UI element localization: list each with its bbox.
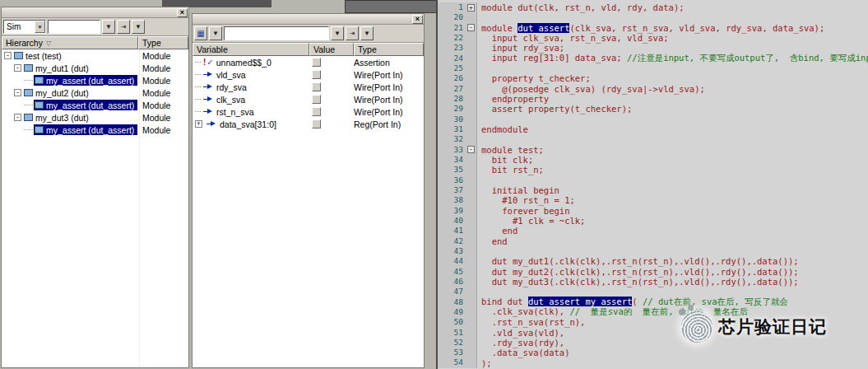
view-grid-icon[interactable]: ▦ [194, 26, 207, 40]
line-number[interactable]: 1 [438, 2, 466, 12]
value-expand-box[interactable] [312, 70, 321, 79]
line-number[interactable]: 35 [438, 165, 466, 175]
fold-toggle-icon[interactable]: - [467, 146, 475, 153]
variable-row[interactable]: vld_svaWire(Port In) [193, 68, 424, 81]
line-number[interactable]: 23 [438, 43, 466, 53]
tree-expander[interactable]: - [14, 64, 21, 72]
variables-panel-titlebar[interactable]: × [193, 14, 424, 25]
tree-node[interactable]: my_assert (dut_assert) [34, 75, 137, 86]
variable-row[interactable]: rst_n_svaWire(Port In) [193, 105, 424, 118]
line-number[interactable]: 20 [438, 12, 466, 22]
variable-row[interactable]: +data_sva[31:0]Reg(Port In) [193, 118, 424, 130]
filter-dropdown-icon[interactable]: ▼ [102, 20, 115, 34]
line-number[interactable]: 36 [438, 175, 466, 185]
variables-list[interactable]: !✓unnamed$$_0Assertionvld_svaWire(Port I… [193, 56, 424, 367]
tree-row[interactable]: -my_dut2 (dut)Module [2, 86, 188, 99]
line-number[interactable]: 51 [438, 328, 466, 338]
tree-row[interactable]: -test (test)Module [2, 49, 188, 62]
variable-row[interactable]: rdy_svaWire(Port In) [193, 81, 424, 93]
line-number[interactable]: 24 [438, 54, 466, 63]
line-number[interactable]: 31 [438, 124, 466, 134]
line-number[interactable]: 29 [438, 104, 466, 114]
fold-toggle-icon[interactable]: - [467, 24, 475, 31]
tree-row[interactable]: -my_dut1 (dut)Module [2, 62, 188, 74]
line-number[interactable]: 22 [438, 33, 466, 43]
value-expand-box[interactable] [312, 58, 321, 67]
line-number[interactable]: 30 [438, 114, 466, 124]
options-dropdown-icon[interactable]: ▼ [132, 20, 145, 34]
value-expand-box[interactable] [312, 107, 321, 116]
line-number[interactable]: 39 [438, 206, 466, 216]
line-number[interactable]: 54 [438, 357, 466, 367]
line-number[interactable]: 37 [438, 185, 466, 195]
line-number[interactable]: 44 [438, 256, 466, 266]
column-header-type[interactable]: Type [138, 36, 188, 49]
line-number[interactable]: 42 [438, 236, 466, 246]
sim-tab-combo[interactable]: Sim ▼ [3, 20, 46, 34]
tree-node[interactable]: my_assert (dut_assert) [34, 100, 137, 110]
line-number[interactable]: 49 [438, 307, 466, 317]
options-dropdown-icon[interactable]: ▼ [360, 26, 374, 40]
line-number[interactable]: 48 [438, 297, 466, 307]
line-number[interactable]: 21 [438, 23, 466, 33]
line-number[interactable]: 52 [438, 338, 466, 348]
tree-expander[interactable]: - [4, 52, 12, 59]
tree-node[interactable]: my_dut3 (dut) [23, 112, 92, 123]
tree-node[interactable]: my_assert (dut_assert) [34, 124, 137, 135]
line-number[interactable]: 27 [438, 84, 466, 94]
port-in-icon [203, 83, 214, 91]
hierarchy-filter-input[interactable] [48, 20, 100, 34]
expand-all-icon[interactable]: ⇥ [346, 26, 359, 40]
tree-row[interactable]: my_assert (dut_assert)Module [2, 99, 188, 111]
filter-icon[interactable]: ▽ [46, 40, 51, 47]
close-icon[interactable]: × [177, 8, 188, 17]
value-expand-box[interactable] [312, 119, 321, 128]
code-text: input reg[31:0] data_sva; //注意是input, 不要… [477, 53, 868, 64]
line-number[interactable]: 33 [438, 145, 466, 155]
line-number[interactable]: 43 [438, 246, 466, 256]
hierarchy-tree[interactable]: -test (test)Module-my_dut1 (dut)Modulemy… [2, 49, 188, 367]
line-number[interactable]: 53 [438, 348, 466, 357]
tree-row[interactable]: -my_dut3 (dut)Module [2, 111, 188, 124]
tree-connector [24, 80, 33, 81]
fold-toggle-icon[interactable]: + [467, 4, 475, 12]
code-token: module test; [481, 145, 544, 155]
tree-expander[interactable]: - [14, 114, 21, 121]
column-header-value[interactable]: Value [309, 43, 354, 56]
line-number[interactable]: 32 [438, 134, 466, 144]
assertion-icon: !✓ [203, 58, 214, 67]
line-number[interactable]: 38 [438, 195, 466, 205]
column-header-hierarchy[interactable]: Hierarchy ▽ [2, 36, 138, 49]
chevron-down-icon[interactable]: ▼ [35, 21, 45, 33]
hierarchy-panel-titlebar[interactable]: × [2, 7, 188, 18]
variable-row[interactable]: !✓unnamed$$_0Assertion [193, 56, 424, 68]
close-icon[interactable]: × [412, 15, 423, 24]
value-expand-box[interactable] [312, 82, 321, 91]
line-number[interactable]: 40 [438, 216, 466, 226]
tree-node[interactable]: my_dut2 (dut) [23, 87, 92, 98]
line-number[interactable]: 50 [438, 317, 466, 327]
line-number[interactable]: 26 [438, 73, 466, 83]
line-number[interactable]: 47 [438, 287, 466, 297]
line-number[interactable]: 46 [438, 277, 466, 287]
line-number[interactable]: 28 [438, 94, 466, 104]
column-header-type[interactable]: Type [354, 43, 424, 56]
module-icon [24, 114, 33, 121]
value-expand-box[interactable] [312, 95, 321, 104]
line-number[interactable]: 25 [438, 63, 466, 73]
expand-all-icon[interactable]: ⇥ [117, 20, 130, 34]
tree-row[interactable]: my_assert (dut_assert)Module [2, 124, 188, 136]
tree-expander[interactable]: - [14, 89, 21, 96]
tree-node[interactable]: my_dut1 (dut) [23, 63, 92, 73]
line-number[interactable]: 41 [438, 226, 466, 236]
line-number[interactable]: 45 [438, 267, 466, 277]
variables-filter-input[interactable] [224, 26, 329, 40]
expand-toggle[interactable]: + [195, 120, 202, 128]
variable-row[interactable]: clk_svaWire(Port In) [193, 93, 424, 105]
tree-node[interactable]: test (test) [13, 50, 65, 61]
filter-dropdown-icon[interactable]: ▼ [331, 26, 344, 40]
tree-row[interactable]: my_assert (dut_assert)Module [2, 74, 188, 86]
chevron-down-icon[interactable]: ▼ [209, 26, 222, 40]
line-number[interactable]: 34 [438, 155, 466, 165]
column-header-variable[interactable]: Variable [193, 43, 309, 56]
